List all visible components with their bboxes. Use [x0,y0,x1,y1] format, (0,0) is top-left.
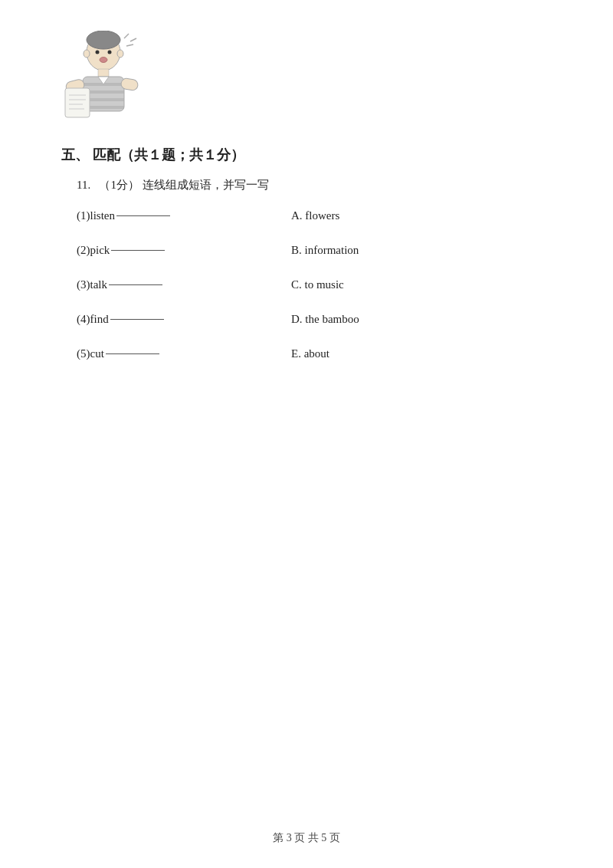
table-row: (1)listen A. flowers [77,209,552,222]
right-item-E: E. about [291,347,329,360]
left-item-3: (3)talk [77,278,245,291]
svg-line-22 [130,38,136,41]
svg-line-23 [126,44,133,46]
svg-point-1 [87,31,120,49]
left-item-4: (4)find [77,313,245,326]
table-row: (4)find D. the bamboo [77,313,552,326]
question-score: （1分） [99,179,139,191]
left-text-2: (2)pick [77,244,110,257]
left-item-2: (2)pick [77,244,245,257]
right-item-A: A. flowers [291,209,339,222]
left-text-3: (3)talk [77,278,107,291]
table-row: (2)pick B. information [77,244,552,257]
right-item-C: C. to music [291,278,344,291]
svg-point-3 [108,51,112,54]
matching-container: (1)listen A. flowers (2)pick B. informat… [77,209,552,382]
table-row: (3)talk C. to music [77,278,552,291]
blank-2 [111,250,165,251]
right-item-D: D. the bamboo [291,313,359,326]
svg-point-2 [96,51,100,54]
section-title: 五、 匹配（共１题；共１分） [61,146,552,164]
question-text: 连线组成短语，并写一写 [143,179,269,191]
blank-1 [116,215,170,216]
left-item-5: (5)cut [77,347,245,360]
left-text-5: (5)cut [77,347,104,360]
svg-point-6 [117,50,123,58]
svg-line-21 [124,34,129,38]
right-item-B: B. information [291,244,359,257]
blank-4 [110,319,164,320]
blank-5 [106,353,159,354]
svg-rect-7 [98,69,109,77]
table-row: (5)cut E. about [77,347,552,360]
left-text-4: (4)find [77,313,109,326]
svg-point-4 [100,58,107,63]
illustration [61,31,146,130]
footer-text: 第 3 页 共 5 页 [273,832,340,843]
question-header: 11. （1分） 连线组成短语，并写一写 [77,178,552,192]
page-footer: 第 3 页 共 5 页 [0,831,613,845]
svg-rect-15 [65,88,90,117]
left-text-1: (1)listen [77,209,115,222]
blank-3 [109,284,162,285]
svg-point-5 [84,50,90,58]
left-item-1: (1)listen [77,209,245,222]
page-container: 五、 匹配（共１题；共１分） 11. （1分） 连线组成短语，并写一写 (1)l… [0,0,613,868]
question-number: 11. [77,179,90,191]
